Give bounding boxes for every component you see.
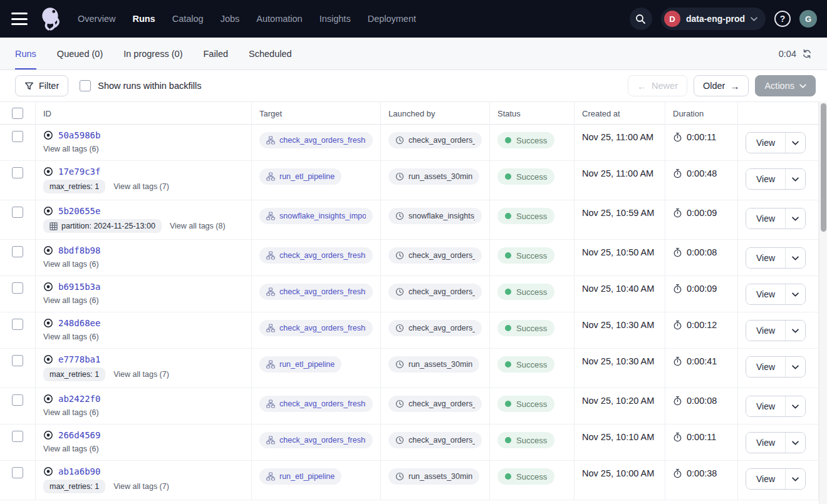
- help-button[interactable]: ?: [774, 11, 791, 27]
- run-id-link[interactable]: 8bdf8b98: [58, 245, 100, 255]
- view-button[interactable]: View: [746, 284, 786, 304]
- launched-by-pill[interactable]: check_avg_orders_f…: [388, 432, 482, 448]
- launched-by-pill[interactable]: check_avg_orders_f…: [388, 320, 482, 336]
- row-checkbox[interactable]: [12, 467, 23, 478]
- view-dropdown-button[interactable]: [786, 433, 805, 453]
- newer-button[interactable]: ← Newer: [628, 75, 687, 96]
- run-tag-pill[interactable]: max_retries: 1: [43, 180, 105, 193]
- nav-item-runs[interactable]: Runs: [132, 14, 155, 24]
- view-button[interactable]: View: [746, 208, 786, 229]
- nav-item-automation[interactable]: Automation: [256, 14, 302, 24]
- row-checkbox[interactable]: [12, 246, 23, 257]
- nav-item-insights[interactable]: Insights: [320, 14, 351, 24]
- backfills-checkbox[interactable]: [80, 80, 91, 91]
- view-dropdown-button[interactable]: [786, 248, 805, 268]
- run-id-link[interactable]: 266d4569: [58, 430, 100, 440]
- view-dropdown-button[interactable]: [786, 284, 805, 304]
- view-button[interactable]: View: [746, 321, 786, 341]
- view-dropdown-button[interactable]: [786, 469, 805, 489]
- run-id-link[interactable]: 17e79c3f: [58, 167, 100, 177]
- run-id-link[interactable]: ab2422f0: [58, 394, 100, 404]
- view-dropdown-button[interactable]: [786, 169, 805, 189]
- row-checkbox[interactable]: [12, 207, 23, 218]
- target-pill[interactable]: run_etl_pipeline: [259, 356, 341, 373]
- view-button[interactable]: View: [746, 133, 786, 153]
- view-all-tags-link[interactable]: View all tags (6): [43, 332, 99, 341]
- target-pill[interactable]: run_etl_pipeline: [259, 468, 341, 485]
- row-checkbox[interactable]: [12, 167, 23, 178]
- hamburger-menu-icon[interactable]: [11, 13, 28, 25]
- filter-button[interactable]: Filter: [15, 75, 68, 96]
- launched-by-pill[interactable]: check_avg_orders_f…: [388, 396, 482, 412]
- target-pill[interactable]: check_avg_orders_freshne: [259, 432, 373, 448]
- tab-failed[interactable]: Failed: [204, 38, 229, 69]
- tab-in-progress[interactable]: In progress (0): [123, 38, 182, 69]
- target-pill[interactable]: run_etl_pipeline: [259, 168, 341, 185]
- run-tag-pill[interactable]: max_retries: 1: [43, 480, 105, 493]
- row-checkbox[interactable]: [12, 131, 23, 142]
- view-all-tags-link[interactable]: View all tags (6): [43, 145, 99, 153]
- select-all-checkbox[interactable]: [12, 108, 23, 119]
- run-tag-pill[interactable]: max_retries: 1: [43, 368, 105, 381]
- row-checkbox[interactable]: [12, 431, 23, 442]
- view-all-tags-link[interactable]: View all tags (7): [113, 182, 169, 191]
- launched-by-pill[interactable]: run_assets_30min: [388, 168, 479, 185]
- launched-by-pill[interactable]: run_assets_30min: [388, 356, 479, 373]
- target-pill[interactable]: check_avg_orders_freshne: [259, 320, 373, 336]
- view-dropdown-button[interactable]: [786, 133, 805, 153]
- view-all-tags-link[interactable]: View all tags (7): [113, 482, 169, 491]
- view-all-tags-link[interactable]: View all tags (6): [43, 445, 99, 453]
- view-button[interactable]: View: [746, 433, 786, 453]
- launched-by-pill[interactable]: run_assets_30min: [388, 468, 479, 485]
- tab-queued[interactable]: Queued (0): [57, 38, 103, 69]
- nav-item-deployment[interactable]: Deployment: [368, 14, 416, 24]
- nav-item-jobs[interactable]: Jobs: [221, 14, 240, 24]
- view-all-tags-link[interactable]: View all tags (6): [43, 296, 99, 305]
- target-pill[interactable]: check_avg_orders_freshne: [259, 132, 373, 148]
- refresh-icon[interactable]: [802, 49, 812, 59]
- view-dropdown-button[interactable]: [786, 357, 805, 377]
- row-checkbox[interactable]: [12, 394, 23, 406]
- vertical-scrollbar[interactable]: [819, 101, 827, 504]
- view-dropdown-button[interactable]: [786, 321, 805, 341]
- deployment-switcher[interactable]: D data-eng-prod: [661, 8, 766, 30]
- target-pill[interactable]: snowflake_insights_import: [259, 208, 373, 224]
- view-button[interactable]: View: [746, 469, 786, 489]
- user-avatar[interactable]: G: [799, 10, 817, 28]
- launched-by-pill[interactable]: snowflake_insights_…: [388, 208, 482, 224]
- row-checkbox[interactable]: [12, 282, 23, 294]
- run-id-link[interactable]: e7778ba1: [58, 354, 100, 364]
- nav-item-overview[interactable]: Overview: [78, 14, 115, 24]
- target-pill[interactable]: check_avg_orders_freshne: [259, 247, 373, 264]
- tab-scheduled[interactable]: Scheduled: [249, 38, 292, 69]
- search-button[interactable]: [630, 8, 652, 30]
- target-pill[interactable]: check_avg_orders_freshne: [259, 284, 373, 300]
- older-button[interactable]: Older →: [694, 75, 749, 96]
- view-all-tags-link[interactable]: View all tags (6): [43, 260, 99, 269]
- run-id-link[interactable]: 248d68ee: [58, 318, 100, 328]
- view-button[interactable]: View: [746, 248, 786, 268]
- view-all-tags-link[interactable]: View all tags (7): [113, 370, 169, 379]
- actions-button[interactable]: Actions: [755, 75, 816, 96]
- scrollbar-thumb[interactable]: [821, 103, 826, 232]
- view-dropdown-button[interactable]: [786, 396, 805, 416]
- view-button[interactable]: View: [746, 169, 786, 189]
- launched-by-pill[interactable]: check_avg_orders_f…: [388, 132, 482, 148]
- run-id-link[interactable]: b6915b3a: [58, 282, 100, 292]
- view-button[interactable]: View: [746, 357, 786, 377]
- target-pill[interactable]: check_avg_orders_freshne: [259, 396, 373, 412]
- row-checkbox[interactable]: [12, 355, 23, 366]
- view-all-tags-link[interactable]: View all tags (6): [43, 408, 99, 417]
- nav-item-catalog[interactable]: Catalog: [172, 14, 204, 24]
- dagster-logo-icon[interactable]: [36, 5, 64, 33]
- view-all-tags-link[interactable]: View all tags (8): [170, 222, 226, 230]
- launched-by-pill[interactable]: check_avg_orders_f…: [388, 247, 482, 264]
- run-tag-pill[interactable]: partition: 2024-11-25-13:00: [43, 219, 162, 233]
- tab-runs[interactable]: Runs: [15, 38, 36, 69]
- run-id-link[interactable]: ab1a6b90: [58, 466, 100, 476]
- run-id-link[interactable]: 5b20655e: [58, 206, 100, 216]
- view-dropdown-button[interactable]: [786, 208, 805, 229]
- row-checkbox[interactable]: [12, 319, 23, 330]
- view-button[interactable]: View: [746, 396, 786, 416]
- launched-by-pill[interactable]: check_avg_orders_f…: [388, 284, 482, 300]
